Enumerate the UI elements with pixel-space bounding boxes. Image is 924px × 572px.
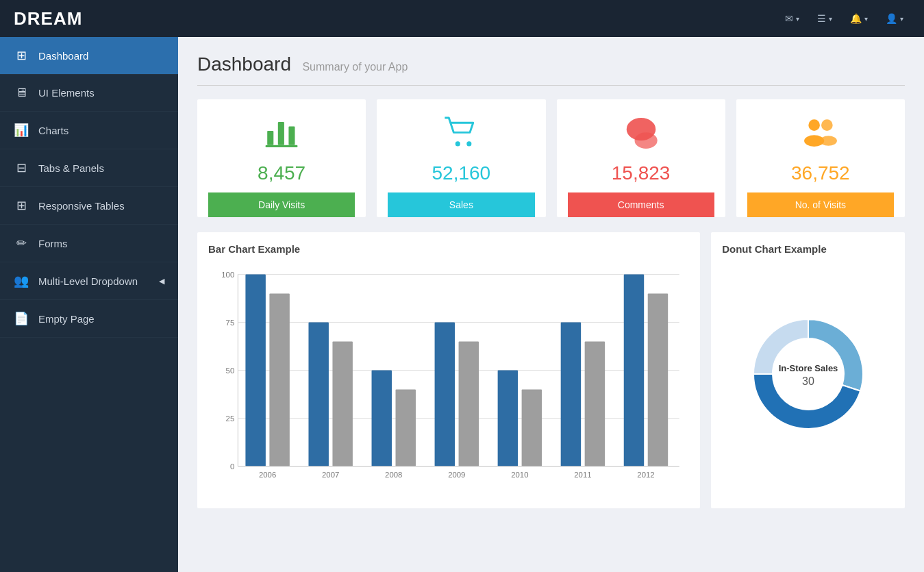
bar-chart-title: Bar Chart Example (208, 243, 689, 255)
sidebar-label-tabs-panels: Tabs & Panels (38, 162, 104, 174)
donut-svg: In-Store Sales30 (740, 306, 877, 443)
main-content: Dashboard Summary of your App 8,457 Dail… (178, 37, 924, 572)
svg-text:75: 75 (226, 319, 235, 327)
sidebar: ⊞Dashboard🖥UI Elements📊Charts⊟Tabs & Pan… (0, 37, 178, 572)
svg-text:50: 50 (226, 366, 235, 375)
svg-rect-0 (267, 131, 273, 145)
svg-text:2011: 2011 (574, 471, 591, 479)
stat-card-comments: 15,823 Comments (557, 99, 725, 217)
stat-card-sales: 52,160 Sales (377, 99, 545, 217)
sidebar-icon-charts: 📊 (14, 123, 29, 138)
list-button[interactable]: ☰ ▾ (810, 9, 839, 28)
page-title-row: Dashboard Summary of your App (197, 53, 905, 86)
svg-text:25: 25 (226, 414, 235, 423)
svg-point-5 (467, 141, 472, 146)
sidebar-label-forms: Forms (38, 238, 68, 249)
svg-rect-32 (459, 342, 479, 467)
stat-label-sales: Sales (388, 192, 534, 217)
svg-point-11 (820, 136, 837, 146)
svg-text:0: 0 (230, 462, 234, 471)
svg-point-4 (455, 141, 460, 146)
sidebar-item-tabs-panels[interactable]: ⊟Tabs & Panels (0, 149, 178, 187)
svg-text:100: 100 (221, 271, 234, 279)
page-subtitle: Summary of your App (302, 61, 408, 73)
svg-rect-41 (648, 293, 668, 466)
svg-rect-34 (498, 371, 518, 467)
svg-rect-2 (289, 127, 295, 145)
stat-icon-comments (623, 113, 659, 157)
stat-value-no-of-visits: 36,752 (791, 162, 850, 184)
stat-icon-sales (443, 113, 479, 157)
svg-rect-40 (624, 274, 644, 466)
svg-rect-22 (245, 274, 265, 466)
sidebar-icon-forms: ✏ (14, 236, 29, 251)
bar-chart-wrapper: 02550751002006200720082009201020112012 (208, 264, 689, 497)
sidebar-icon-empty-page: 📄 (14, 311, 29, 326)
svg-rect-26 (332, 342, 352, 467)
sidebar-icon-dashboard: ⊞ (14, 48, 29, 63)
svg-point-8 (808, 119, 820, 131)
svg-rect-31 (435, 322, 455, 466)
stat-label-daily-visits: Daily Visits (208, 192, 355, 217)
sidebar-label-multi-level-dropdown: Multi-Level Dropdown (38, 275, 138, 287)
top-navbar: DREAM ✉ ▾ ☰ ▾ 🔔 ▾ 👤 ▾ (0, 0, 924, 37)
svg-point-9 (821, 119, 833, 131)
svg-rect-23 (269, 293, 289, 466)
svg-rect-37 (561, 322, 581, 466)
svg-rect-3 (266, 145, 298, 147)
stat-card-no-of-visits: 36,752 No. of Visits (736, 99, 905, 217)
svg-text:2009: 2009 (448, 471, 465, 479)
sidebar-icon-multi-level-dropdown: 👥 (14, 273, 29, 288)
sidebar-label-responsive-tables: Responsive Tables (38, 200, 125, 212)
bell-button[interactable]: 🔔 ▾ (843, 9, 875, 28)
svg-rect-1 (278, 122, 284, 145)
mail-button[interactable]: ✉ ▾ (778, 9, 806, 28)
donut-chart-title: Donut Chart Example (722, 243, 894, 255)
stat-value-comments: 15,823 (612, 162, 671, 184)
sidebar-label-ui-elements: UI Elements (38, 87, 95, 99)
sidebar-label-empty-page: Empty Page (38, 313, 95, 325)
stat-cards: 8,457 Daily Visits 52,160 Sales 15,823 C… (197, 99, 905, 217)
svg-rect-25 (308, 322, 328, 466)
sidebar-label-charts: Charts (38, 125, 68, 136)
sidebar-arrow-multi-level-dropdown: ◀ (159, 277, 164, 286)
sidebar-icon-tabs-panels: ⊟ (14, 160, 29, 175)
svg-rect-29 (396, 390, 416, 467)
sidebar-item-responsive-tables[interactable]: ⊞Responsive Tables (0, 187, 178, 225)
svg-text:In-Store Sales: In-Store Sales (778, 363, 838, 373)
sidebar-label-dashboard: Dashboard (38, 50, 88, 62)
bar-chart-svg: 02550751002006200720082009201020112012 (208, 264, 689, 497)
charts-row: Bar Chart Example 0255075100200620072008… (197, 232, 905, 508)
sidebar-item-multi-level-dropdown[interactable]: 👥Multi-Level Dropdown◀ (0, 262, 178, 300)
sidebar-item-ui-elements[interactable]: 🖥UI Elements (0, 75, 178, 112)
svg-point-7 (634, 132, 657, 149)
svg-text:2008: 2008 (385, 471, 402, 479)
bar-chart-card: Bar Chart Example 0255075100200620072008… (197, 232, 700, 508)
sidebar-item-forms[interactable]: ✏Forms (0, 225, 178, 262)
svg-text:2007: 2007 (322, 471, 339, 479)
svg-rect-38 (585, 342, 605, 467)
stat-value-sales: 52,160 (432, 162, 491, 184)
stat-card-daily-visits: 8,457 Daily Visits (197, 99, 366, 217)
svg-text:30: 30 (802, 375, 814, 387)
stat-icon-no-of-visits (803, 113, 838, 157)
sidebar-icon-responsive-tables: ⊞ (14, 198, 29, 213)
svg-text:2010: 2010 (511, 471, 528, 479)
svg-rect-28 (372, 371, 392, 467)
sidebar-item-dashboard[interactable]: ⊞Dashboard (0, 37, 178, 75)
svg-text:2006: 2006 (259, 471, 276, 479)
donut-wrapper: In-Store Sales30 (722, 264, 894, 484)
stat-value-daily-visits: 8,457 (258, 162, 305, 184)
user-button[interactable]: 👤 ▾ (879, 9, 910, 28)
sidebar-item-empty-page[interactable]: 📄Empty Page (0, 300, 178, 338)
page-title: Dashboard (197, 53, 291, 75)
svg-rect-35 (522, 390, 542, 467)
stat-label-no-of-visits: No. of Visits (747, 192, 894, 217)
topnav-icons: ✉ ▾ ☰ ▾ 🔔 ▾ 👤 ▾ (778, 9, 910, 28)
svg-text:2012: 2012 (637, 471, 654, 479)
sidebar-item-charts[interactable]: 📊Charts (0, 112, 178, 149)
stat-icon-daily-visits (264, 113, 299, 157)
donut-chart-card: Donut Chart Example In-Store Sales30 (711, 232, 905, 508)
sidebar-icon-ui-elements: 🖥 (14, 86, 29, 100)
stat-label-comments: Comments (568, 192, 714, 217)
